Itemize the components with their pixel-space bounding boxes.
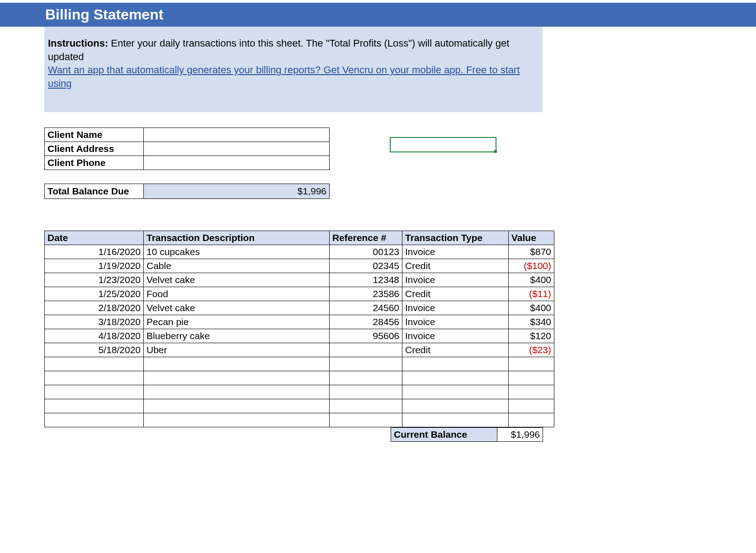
table-row: 2/18/2020Velvet cake24560Invoice$400 [45, 301, 554, 315]
cell[interactable]: Credit [402, 287, 509, 301]
cell[interactable] [509, 399, 554, 413]
cell[interactable] [144, 385, 330, 399]
current-balance-table: Current Balance $1,996 [391, 427, 543, 442]
client-name-cell[interactable] [144, 128, 330, 142]
cell[interactable]: Invoice [402, 273, 509, 287]
cell[interactable]: 5/18/2020 [45, 343, 144, 357]
cell[interactable]: Food [144, 287, 330, 301]
cell[interactable]: Invoice [402, 245, 509, 259]
cell[interactable] [330, 399, 402, 413]
cell[interactable]: Credit [402, 343, 509, 357]
total-balance-label: Total Balance Due [45, 184, 144, 199]
cell[interactable] [45, 399, 144, 413]
table-row [45, 371, 554, 385]
cell[interactable]: 1/16/2020 [45, 245, 144, 259]
selected-cell[interactable] [390, 137, 496, 152]
fill-handle[interactable] [494, 150, 497, 153]
client-address-cell[interactable] [144, 142, 330, 156]
cell[interactable]: Invoice [402, 329, 509, 343]
total-balance-value: $1,996 [144, 184, 330, 199]
cell[interactable] [402, 357, 509, 371]
cell[interactable]: 24560 [330, 301, 402, 315]
instructions-box: Instructions: Enter your daily transacti… [44, 27, 543, 112]
cell[interactable]: $870 [509, 245, 554, 259]
cell[interactable] [144, 357, 330, 371]
cell[interactable] [402, 385, 509, 399]
cell[interactable]: $400 [509, 273, 554, 287]
cell[interactable] [45, 371, 144, 385]
cell[interactable] [144, 371, 330, 385]
cell[interactable]: 3/18/2020 [45, 315, 144, 329]
cell[interactable]: Cable [144, 259, 330, 273]
cell[interactable]: Velvet cake [144, 301, 330, 315]
cell[interactable]: 12348 [330, 273, 402, 287]
cell[interactable] [45, 385, 144, 399]
cell[interactable]: Credit [402, 259, 509, 273]
table-row: 3/18/2020Pecan pie28456Invoice$340 [45, 315, 554, 329]
table-row [45, 413, 554, 427]
title-bar: Billing Statement [0, 3, 756, 27]
cell[interactable]: 4/18/2020 [45, 329, 144, 343]
cell[interactable]: Velvet cake [144, 273, 330, 287]
cell[interactable]: Pecan pie [144, 315, 330, 329]
header-type[interactable]: Transaction Type [402, 231, 509, 245]
cell[interactable] [402, 399, 509, 413]
cell[interactable]: ($100) [509, 259, 554, 273]
cell[interactable]: 28456 [330, 315, 402, 329]
instructions-label: Instructions: [48, 38, 108, 49]
cell[interactable] [144, 399, 330, 413]
cell[interactable]: 23586 [330, 287, 402, 301]
header-desc[interactable]: Transaction Description [144, 231, 330, 245]
cell[interactable] [509, 371, 554, 385]
page-title: Billing Statement [45, 6, 163, 23]
cell[interactable]: Invoice [402, 315, 509, 329]
cell[interactable]: ($23) [509, 343, 554, 357]
cell[interactable] [330, 385, 402, 399]
table-row: 1/25/2020Food23586Credit($11) [45, 287, 554, 301]
header-val[interactable]: Value [509, 231, 554, 245]
cell[interactable] [509, 413, 554, 427]
cell[interactable]: 02345 [330, 259, 402, 273]
cell[interactable]: 2/18/2020 [45, 301, 144, 315]
cell[interactable] [45, 413, 144, 427]
cell[interactable]: Uber [144, 343, 330, 357]
cell[interactable]: Blueberry cake [144, 329, 330, 343]
cell[interactable] [509, 357, 554, 371]
client-name-label: Client Name [45, 128, 144, 142]
cell[interactable]: 00123 [330, 245, 402, 259]
table-row: 1/16/202010 cupcakes00123Invoice$870 [45, 245, 554, 259]
table-row: 5/18/2020UberCredit($23) [45, 343, 554, 357]
header-ref[interactable]: Reference # [330, 231, 402, 245]
current-balance-label: Current Balance [391, 427, 497, 441]
cell[interactable] [330, 371, 402, 385]
cell[interactable]: $340 [509, 315, 554, 329]
cell[interactable]: ($11) [509, 287, 554, 301]
table-row [45, 385, 554, 399]
cell[interactable] [509, 385, 554, 399]
cell[interactable] [45, 357, 144, 371]
cell[interactable]: $400 [509, 301, 554, 315]
cell[interactable]: 1/19/2020 [45, 259, 144, 273]
total-balance-table: Total Balance Due $1,996 [44, 184, 330, 199]
cell[interactable]: 1/23/2020 [45, 273, 144, 287]
cell[interactable] [330, 343, 402, 357]
transactions-table: Date Transaction Description Reference #… [44, 231, 554, 427]
header-date[interactable]: Date [45, 231, 144, 245]
table-row: 1/23/2020Velvet cake12348Invoice$400 [45, 273, 554, 287]
cell[interactable]: 1/25/2020 [45, 287, 144, 301]
cell[interactable] [330, 413, 402, 427]
cell[interactable] [402, 413, 509, 427]
table-row: 1/19/2020Cable02345Credit($100) [45, 259, 554, 273]
cell[interactable]: Invoice [402, 301, 509, 315]
cell[interactable] [402, 371, 509, 385]
cell[interactable] [144, 413, 330, 427]
client-phone-cell[interactable] [144, 156, 330, 170]
cell[interactable]: $120 [509, 329, 554, 343]
cell[interactable]: 10 cupcakes [144, 245, 330, 259]
cell[interactable]: 95606 [330, 329, 402, 343]
table-row: 4/18/2020Blueberry cake95606Invoice$120 [45, 329, 554, 343]
vencru-link[interactable]: Want an app that automatically generates… [48, 64, 520, 89]
client-address-label: Client Address [45, 142, 144, 156]
cell[interactable] [330, 357, 402, 371]
instructions-text: Enter your daily transactions into this … [48, 38, 509, 62]
